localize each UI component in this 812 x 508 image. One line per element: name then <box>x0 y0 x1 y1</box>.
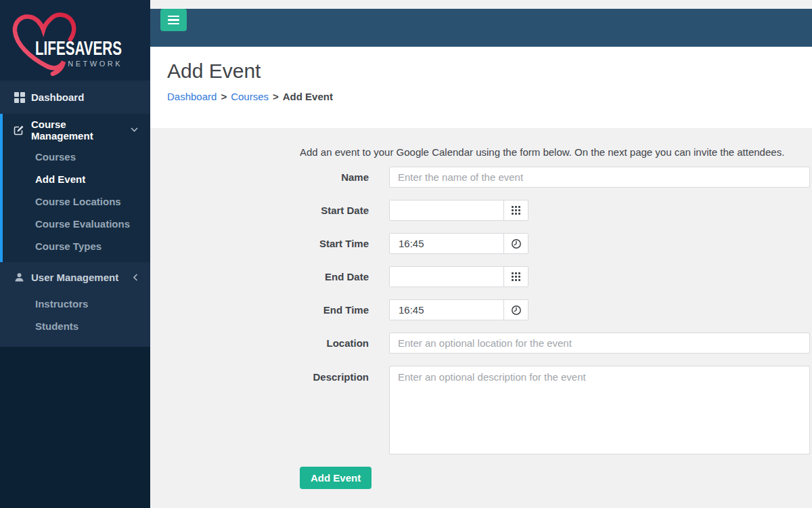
form-intro-text: Add an event to your Google Calendar usi… <box>300 146 812 158</box>
logo-subtitle-text: NETWORK <box>68 60 122 68</box>
sidebar-item-add-event[interactable]: Add Event <box>3 168 150 190</box>
description-label: Description <box>167 366 369 383</box>
sidebar-item-course-types[interactable]: Course Types <box>3 235 150 257</box>
app-window: LIFESAVERS NETWORK Dashboard Course Mana… <box>0 0 812 508</box>
form-row-start-time: Start Time <box>167 233 812 254</box>
end-time-group <box>389 299 528 320</box>
sidebar-item-courses[interactable]: Courses <box>3 146 150 168</box>
sidebar-toggle-button[interactable] <box>160 9 187 31</box>
breadcrumb-separator: > <box>221 91 227 102</box>
clock-icon[interactable] <box>503 300 528 320</box>
location-input[interactable] <box>389 333 810 354</box>
end-date-group <box>389 266 528 287</box>
form-row-location: Location <box>167 333 812 354</box>
description-textarea[interactable] <box>389 366 810 454</box>
lifesavers-logo: LIFESAVERS NETWORK <box>0 0 150 81</box>
add-event-submit-button[interactable]: Add Event <box>300 467 371 489</box>
topbar <box>150 9 812 47</box>
dashboard-grid-icon <box>14 92 25 103</box>
end-date-label: End Date <box>167 266 369 287</box>
main-area: Add Event Dashboard>Courses>Add Event Ad… <box>150 0 812 508</box>
form-row-name: Name <box>167 167 812 188</box>
sidebar: LIFESAVERS NETWORK Dashboard Course Mana… <box>0 0 150 508</box>
clock-icon[interactable] <box>503 234 528 253</box>
form-panel: Add an event to your Google Calendar usi… <box>150 128 812 489</box>
name-input[interactable] <box>389 167 810 188</box>
chevron-down-icon <box>131 127 138 132</box>
name-label: Name <box>167 167 369 188</box>
sidebar-item-instructors[interactable]: Instructors <box>0 293 150 315</box>
breadcrumb-separator: > <box>273 91 279 102</box>
page-title: Add Event <box>167 59 812 83</box>
form-row-description: Description <box>167 366 812 454</box>
start-date-label: Start Date <box>167 200 369 221</box>
sidebar-item-label: Course Management <box>31 119 131 142</box>
start-time-group <box>389 233 528 254</box>
sidebar-item-label: User Management <box>31 272 118 283</box>
breadcrumb: Dashboard>Courses>Add Event <box>167 91 812 102</box>
start-time-label: Start Time <box>167 233 369 254</box>
sidebar-item-course-management[interactable]: Course Management <box>3 114 150 146</box>
form-row-start-date: Start Date <box>167 200 812 221</box>
breadcrumb-link-dashboard[interactable]: Dashboard <box>167 91 217 102</box>
sidebar-item-label: Dashboard <box>31 91 84 103</box>
chevron-left-icon <box>133 274 138 281</box>
end-time-input[interactable] <box>390 300 503 320</box>
sidebar-item-dashboard[interactable]: Dashboard <box>0 81 150 114</box>
sidebar-item-students[interactable]: Students <box>0 315 150 337</box>
location-label: Location <box>167 333 369 354</box>
start-time-input[interactable] <box>390 234 503 253</box>
calendar-grid-icon[interactable] <box>503 200 528 220</box>
sidebar-item-course-locations[interactable]: Course Locations <box>3 190 150 213</box>
breadcrumb-link-courses[interactable]: Courses <box>231 91 269 102</box>
start-date-group <box>389 200 528 221</box>
page-header: Add Event Dashboard>Courses>Add Event <box>150 47 812 128</box>
form-row-end-date: End Date <box>167 266 812 287</box>
breadcrumb-current: Add Event <box>283 91 333 102</box>
edit-icon <box>14 125 25 135</box>
sidebar-section-user-management: User Management Instructors Students <box>0 262 150 347</box>
end-time-label: End Time <box>167 299 369 320</box>
form-row-end-time: End Time <box>167 299 812 320</box>
user-icon <box>14 272 25 282</box>
heart-logo-icon: LIFESAVERS NETWORK <box>0 0 150 81</box>
start-date-input[interactable] <box>390 200 503 220</box>
sidebar-item-user-management[interactable]: User Management <box>0 262 150 293</box>
logo-title-text: LIFESAVERS <box>35 37 122 59</box>
calendar-grid-icon[interactable] <box>503 267 528 287</box>
end-date-input[interactable] <box>390 267 503 287</box>
sidebar-section-course-management: Course Management Courses Add Event Cour… <box>0 114 150 262</box>
sidebar-item-course-evaluations[interactable]: Course Evaluations <box>3 213 150 235</box>
